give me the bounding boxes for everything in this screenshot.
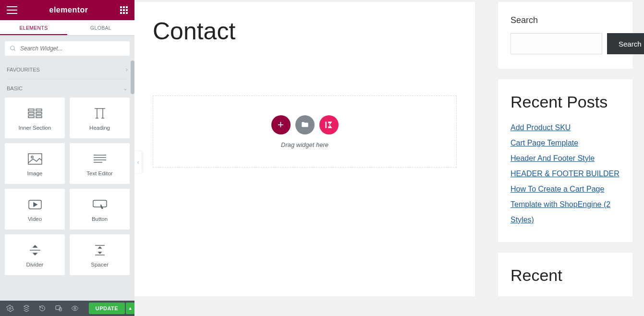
search-icon [10, 45, 16, 52]
settings-button[interactable] [2, 301, 18, 316]
page-title: Contact [153, 17, 457, 45]
widget-inner-section[interactable]: Inner Section [5, 97, 65, 138]
svg-rect-6 [28, 116, 34, 118]
divider-icon [25, 243, 45, 258]
widget-heading[interactable]: Heading [70, 97, 130, 138]
widget-divider[interactable]: Divider [5, 234, 65, 275]
drop-zone[interactable]: + Drag widget here [153, 96, 457, 168]
svg-rect-5 [36, 112, 42, 114]
widget-label: Heading [89, 125, 110, 131]
recent-widget: Recent [498, 253, 632, 296]
post-link[interactable]: Add Product SKU [510, 120, 620, 135]
widget-label: Button [92, 216, 108, 222]
brand-logo: elementor [49, 6, 88, 14]
svg-line-1 [14, 49, 15, 51]
search-widget-title: Search [510, 15, 620, 25]
button-icon [90, 197, 109, 212]
spacer-icon [90, 243, 109, 258]
svg-marker-27 [98, 252, 101, 254]
svg-marker-24 [33, 253, 37, 255]
page-sidebar: Search Search Recent Posts Add Product S… [498, 2, 632, 296]
update-button[interactable]: UPDATE [89, 303, 125, 314]
svg-point-14 [31, 156, 33, 158]
video-icon [25, 197, 45, 212]
navigator-button[interactable] [18, 301, 35, 316]
svg-point-32 [74, 307, 76, 309]
chevron-right-icon: › [126, 66, 128, 73]
collapse-handle[interactable]: ‹ [134, 151, 142, 173]
recent-posts-widget: Recent Posts Add Product SKU Cart Page T… [498, 79, 632, 242]
widget-spacer[interactable]: Spacer [70, 234, 130, 275]
inner-section-icon [25, 106, 45, 121]
widget-label: Divider [26, 262, 44, 267]
search-widget: Search Search [498, 2, 632, 69]
recent-posts-title: Recent Posts [510, 93, 620, 111]
panel-search [0, 36, 134, 61]
svg-rect-21 [93, 200, 107, 207]
preview-area: Contact + Drag widget here Search [134, 0, 644, 316]
widget-video[interactable]: Video [5, 189, 65, 230]
apps-icon[interactable] [120, 6, 128, 14]
heading-icon [90, 106, 109, 121]
search-field[interactable] [510, 33, 602, 54]
svg-point-29 [9, 307, 11, 309]
menu-icon[interactable] [7, 6, 17, 14]
tab-global[interactable]: GLOBAL [67, 20, 134, 35]
svg-marker-20 [34, 203, 37, 207]
panel-scrollbar[interactable] [131, 61, 134, 94]
text-editor-icon [90, 151, 109, 167]
post-link[interactable]: How To Create a Cart Page Template with … [510, 182, 620, 228]
post-link[interactable]: Header And Footer Style [510, 151, 620, 166]
ekit-icon [324, 120, 334, 130]
svg-rect-2 [28, 109, 34, 111]
svg-point-0 [11, 46, 14, 50]
image-icon [25, 151, 45, 167]
recent-title: Recent [510, 266, 620, 285]
category-basic[interactable]: BASIC ⌄ [0, 79, 134, 97]
svg-rect-3 [36, 109, 42, 111]
widget-image[interactable]: Image [5, 143, 65, 184]
category-label: FAVOURITES [7, 67, 40, 73]
svg-rect-4 [28, 112, 34, 114]
main-content: Contact + Drag widget here [134, 2, 475, 296]
svg-rect-7 [36, 116, 42, 118]
search-input[interactable] [16, 45, 125, 52]
chevron-down-icon: ⌄ [123, 85, 128, 92]
panel-footer: UPDATE ▲ [0, 301, 134, 316]
preview-button[interactable] [67, 301, 83, 316]
post-link[interactable]: Cart Page Template [510, 135, 620, 151]
add-template-button[interactable] [295, 115, 315, 134]
svg-rect-33 [325, 122, 327, 128]
elementor-panel: elementor ELEMENTS GLOBAL FAVOURITES › B… [0, 0, 134, 316]
svg-marker-26 [98, 247, 101, 248]
widget-button[interactable]: Button [70, 189, 130, 230]
panel-header: elementor [0, 0, 134, 20]
search-button[interactable]: Search [607, 33, 644, 54]
widget-label: Video [28, 216, 42, 222]
history-button[interactable] [35, 301, 51, 316]
responsive-button[interactable] [50, 301, 67, 316]
svg-marker-22 [33, 245, 37, 247]
widget-text-editor[interactable]: Text Editor [70, 143, 130, 184]
folder-icon [301, 121, 309, 129]
panel-tabs: ELEMENTS GLOBAL [0, 20, 134, 36]
panel-scroll: FAVOURITES › BASIC ⌄ Inner Section Headi… [0, 61, 134, 316]
update-options-button[interactable]: ▲ [126, 303, 134, 314]
widget-label: Text Editor [86, 170, 112, 176]
post-link[interactable]: HEADER & FOOTER BUILDER [510, 166, 620, 182]
widget-label: Inner Section [19, 125, 51, 131]
drop-hint: Drag widget here [281, 141, 328, 148]
category-favourites[interactable]: FAVOURITES › [0, 61, 134, 79]
widget-grid: Inner Section Heading Image Text Editor [0, 97, 134, 275]
tab-elements[interactable]: ELEMENTS [0, 20, 67, 35]
widget-label: Image [27, 170, 43, 176]
elementskit-button[interactable] [319, 115, 339, 134]
add-section-button[interactable]: + [271, 115, 291, 134]
category-label: BASIC [7, 85, 23, 91]
widget-label: Spacer [91, 262, 108, 267]
